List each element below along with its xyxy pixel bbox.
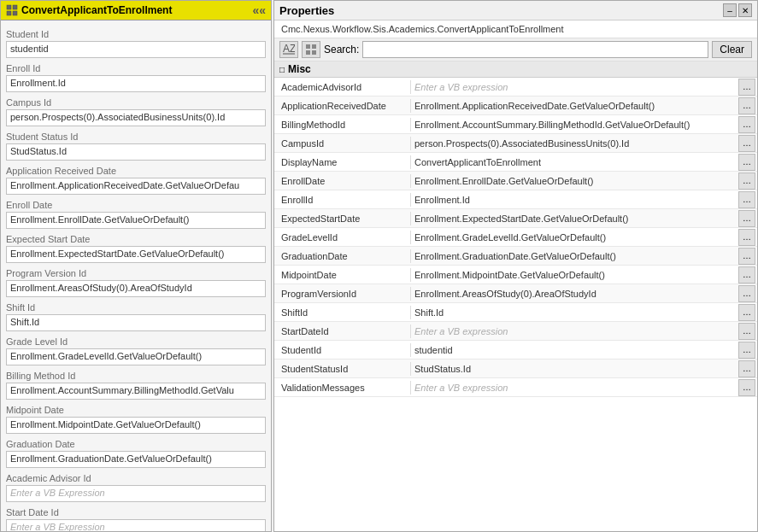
property-value: Enrollment.ApplicationReceivedDate.GetVa… [411, 99, 738, 113]
property-name: DisplayName [274, 155, 411, 169]
property-value: Enrollment.AreasOfStudy(0).AreaOfStudyId [411, 287, 738, 301]
svg-rect-1 [13, 5, 17, 9]
field-label: Start Date Id [6, 507, 266, 517]
field-label: Program Version Id [6, 268, 266, 278]
property-edit-button[interactable]: … [738, 229, 755, 246]
property-edit-button[interactable]: … [738, 172, 755, 190]
property-edit-button[interactable]: … [738, 116, 755, 133]
property-value: Enrollment.MidpointDate.GetValueOrDefaul… [411, 268, 738, 282]
property-value: studentid [411, 343, 738, 357]
misc-expand-icon[interactable]: □ [279, 65, 285, 74]
field-label: Enroll Id [6, 63, 266, 73]
property-name: GraduationDate [274, 249, 411, 263]
misc-header: □ Misc [274, 61, 757, 78]
property-name: StudentId [274, 343, 411, 357]
field-label: Midpoint Date [6, 405, 266, 415]
field-value[interactable]: Enrollment.ExpectedStartDate.GetValueOrD… [6, 246, 266, 263]
property-edit-button[interactable]: … [738, 248, 755, 265]
property-name: ProgramVersionId [274, 287, 411, 301]
clear-button[interactable]: Clear [712, 41, 752, 58]
property-edit-button[interactable]: … [738, 154, 755, 171]
field-value[interactable]: Enter a VB Expression [6, 485, 266, 502]
property-name: EnrollId [274, 193, 411, 207]
field-label: Expected Start Date [6, 234, 266, 244]
sort-az-button[interactable]: AZ [279, 41, 298, 58]
property-edit-button[interactable]: … [738, 191, 755, 208]
property-row: GradeLevelIdEnrollment.GradeLevelId.GetV… [274, 228, 757, 247]
field-value[interactable]: Enrollment.AccountSummary.BillingMethodI… [6, 383, 266, 400]
property-name: BillingMethodId [274, 118, 411, 132]
field-value[interactable]: studentid [6, 41, 266, 58]
field-value[interactable]: Enrollment.Id [6, 75, 266, 92]
property-edit-button[interactable]: … [738, 285, 755, 302]
property-row: ShiftIdShift.Id… [274, 303, 757, 322]
property-value: Shift.Id [411, 306, 738, 319]
search-input[interactable] [362, 41, 708, 58]
property-edit-button[interactable]: … [738, 97, 755, 114]
property-row: ProgramVersionIdEnrollment.AreasOfStudy(… [274, 284, 757, 303]
field-value[interactable]: Enter a VB Expression [6, 519, 266, 531]
categorize-button[interactable] [302, 41, 320, 58]
property-row: ValidationMessagesEnter a VB expression… [274, 378, 757, 397]
property-name: StartDateId [274, 324, 411, 338]
property-name: ExpectedStartDate [274, 212, 411, 225]
field-value[interactable]: StudStatus.Id [6, 143, 266, 161]
property-value: person.Prospects(0).AssociatedBusinessUn… [411, 137, 738, 150]
field-label: Campus Id [6, 97, 266, 108]
minimize-button[interactable]: – [723, 3, 737, 17]
property-value: StudStatus.Id [411, 362, 738, 376]
property-row: DisplayNameConvertApplicantToEnrollment… [274, 153, 757, 172]
field-label: Student Status Id [6, 132, 266, 142]
misc-label: Misc [288, 63, 311, 75]
field-label: Application Received Date [6, 166, 266, 176]
property-edit-button[interactable]: … [738, 135, 755, 152]
property-edit-button[interactable]: … [738, 210, 755, 227]
close-button[interactable]: ✕ [738, 3, 752, 17]
property-name: MidpointDate [274, 268, 411, 282]
property-row: BillingMethodIdEnrollment.AccountSummary… [274, 115, 757, 134]
properties-table: AcademicAdvisorIdEnter a VB expression…A… [274, 78, 757, 531]
property-edit-button[interactable]: … [738, 360, 755, 377]
right-panel-title: Properties [279, 4, 334, 17]
field-value[interactable]: Enrollment.ApplicationReceivedDate.GetVa… [6, 178, 266, 195]
property-value: Enter a VB expression [411, 324, 738, 338]
property-row: EnrollDateEnrollment.EnrollDate.GetValue… [274, 172, 757, 190]
field-value[interactable]: Enrollment.AreasOfStudy(0).AreaOfStudyId [6, 280, 266, 297]
property-value: Enrollment.GradeLevelId.GetValueOrDefaul… [411, 231, 738, 244]
field-value[interactable]: Enrollment.EnrollDate.GetValueOrDefault(… [6, 212, 266, 229]
svg-rect-7 [312, 44, 316, 49]
collapse-icon[interactable]: «« [252, 3, 266, 17]
right-header: Properties – ✕ [274, 1, 757, 20]
property-value: ConvertApplicantToEnrollment [411, 155, 738, 169]
property-row: CampusIdperson.Prospects(0).AssociatedBu… [274, 134, 757, 153]
property-name: EnrollDate [274, 174, 411, 188]
property-name: AcademicAdvisorId [274, 80, 411, 94]
right-toolbar: AZ Search: Clear [274, 38, 757, 61]
property-row: ExpectedStartDateEnrollment.ExpectedStar… [274, 209, 757, 228]
property-edit-button[interactable]: … [738, 342, 755, 359]
property-row: StudentIdstudentid… [274, 341, 757, 360]
left-header: ConvertApplicantToEnrollment «« [1, 1, 271, 20]
field-value[interactable]: Enrollment.GraduationDate.GetValueOrDefa… [6, 451, 266, 468]
field-value[interactable]: Enrollment.GradeLevelId.GetValueOrDefaul… [6, 348, 266, 365]
field-label: Shift Id [6, 302, 266, 313]
property-edit-button[interactable]: … [738, 266, 755, 284]
field-label: Enroll Date [6, 200, 266, 210]
property-value: Enter a VB expression [411, 80, 738, 94]
property-edit-button[interactable]: … [738, 79, 755, 96]
search-label: Search: [324, 44, 359, 56]
property-row: StartDateIdEnter a VB expression… [274, 322, 757, 341]
field-value[interactable]: person.Prospects(0).AssociatedBusinessUn… [6, 109, 266, 126]
property-edit-button[interactable]: … [738, 379, 755, 396]
property-edit-button[interactable]: … [738, 323, 755, 340]
svg-rect-3 [13, 11, 17, 15]
property-value: Enter a VB expression [411, 381, 738, 395]
svg-text:AZ: AZ [283, 44, 295, 55]
field-value[interactable]: Enrollment.MidpointDate.GetValueOrDefaul… [6, 417, 266, 434]
property-edit-button[interactable]: … [738, 304, 755, 321]
field-value[interactable]: Shift.Id [6, 314, 266, 331]
property-name: StudentStatusId [274, 362, 411, 376]
property-value: Enrollment.EnrollDate.GetValueOrDefault(… [411, 174, 738, 188]
property-value: Enrollment.ExpectedStartDate.GetValueOrD… [411, 212, 738, 225]
property-value: Enrollment.Id [411, 193, 738, 207]
